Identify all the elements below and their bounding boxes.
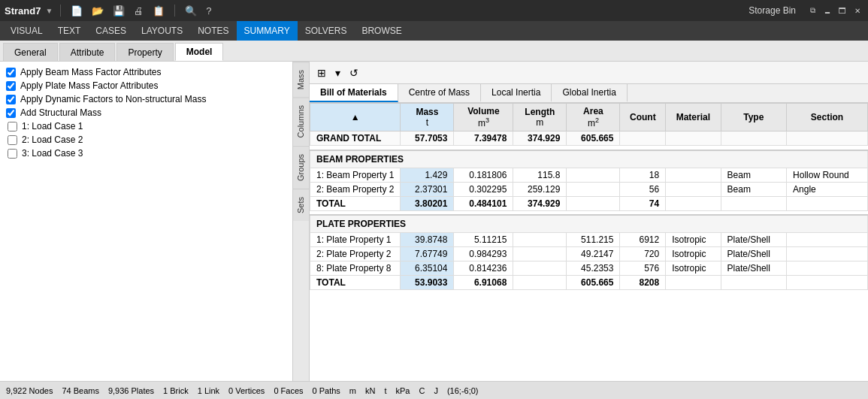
checkbox-add-structural[interactable]: Add Structural Mass [6, 107, 286, 119]
plate-section-header: PLATE PROPERTIES [310, 215, 868, 233]
right-panel: ⊞ ▾ ↺ Bill of Materials Centre of Mass L… [310, 62, 868, 381]
plate1-material: Isotropic [666, 233, 721, 247]
plate2-length [513, 247, 567, 261]
plate1-label: 1: Plate Property 1 [310, 233, 401, 247]
beam-total-section [787, 196, 868, 210]
checkbox-beam-mass[interactable]: Apply Beam Mass Factor Attributes [6, 66, 286, 78]
new-file-icon[interactable]: 📄 [68, 5, 85, 17]
plate2-label: 2: Plate Property 2 [310, 247, 401, 261]
tb-sep2 [174, 5, 175, 17]
grid-icon[interactable]: ⊞ [314, 65, 329, 80]
tabbar: General Attribute Property Model [0, 41, 868, 62]
lc1-input[interactable] [8, 122, 17, 131]
menu-solvers[interactable]: SOLVERS [298, 21, 355, 41]
plate-total-row: TOTAL 53.9033 6.91068 605.665 8208 [310, 276, 868, 290]
help-icon[interactable]: ? [204, 5, 213, 17]
plate8-label: 8: Plate Property 8 [310, 261, 401, 276]
lc3-input[interactable] [8, 149, 17, 159]
close-icon[interactable]: ✕ [851, 5, 863, 17]
menu-text[interactable]: TEXT [50, 21, 89, 41]
tab-model[interactable]: Model [175, 43, 224, 61]
beam1-label: 1: Beam Property 1 [310, 168, 401, 182]
plate-total-label: TOTAL [310, 276, 401, 290]
side-tab-columns[interactable]: Columns [293, 97, 309, 145]
menu-notes[interactable]: NOTES [190, 21, 236, 41]
maximize-icon[interactable]: 🗖 [836, 5, 848, 17]
beam2-material [666, 182, 721, 196]
cb-dynamic-factors-input[interactable] [6, 95, 16, 104]
clipboard-icon[interactable]: 📋 [150, 5, 167, 17]
tab-global-inertia[interactable]: Global Inertia [552, 84, 627, 102]
plate-total-type [721, 276, 787, 290]
load-case-1[interactable]: 1: Load Case 1 [6, 120, 286, 132]
tab-attribute[interactable]: Attribute [59, 43, 116, 61]
beam-section-header: BEAM PROPERTIES [310, 150, 868, 168]
plate1-length [513, 233, 567, 247]
beam2-area [567, 182, 620, 196]
cb-plate-mass-input[interactable] [6, 81, 16, 91]
search-icon[interactable]: 🔍 [183, 5, 199, 17]
app-dropdown-icon[interactable]: ▼ [45, 7, 53, 15]
refresh-icon[interactable]: ↺ [346, 65, 361, 80]
lc2-label: 2: Load Case 2 [22, 135, 83, 145]
tb-sep [60, 5, 61, 17]
lc1-label: 1: Load Case 1 [22, 121, 83, 131]
beam1-count: 18 [620, 168, 666, 182]
plate2-material: Isotropic [666, 247, 721, 261]
minimize-icon[interactable]: 🗕 [821, 5, 833, 17]
plate8-material: Isotropic [666, 261, 721, 276]
checkbox-dynamic-factors[interactable]: Apply Dynamic Factors to Non-structural … [6, 93, 286, 105]
beam2-mass: 2.37301 [401, 182, 454, 196]
tab-general[interactable]: General [3, 43, 58, 61]
status-temp-unit: C [419, 386, 425, 395]
app-name: Strand7 [5, 5, 41, 17]
load-case-2[interactable]: 2: Load Case 2 [6, 134, 286, 146]
beam2-section: Angle [787, 182, 868, 196]
menu-summary[interactable]: SUMMARY [237, 21, 298, 41]
save-icon[interactable]: 💾 [110, 5, 127, 17]
open-icon[interactable]: 📂 [89, 5, 106, 17]
checkbox-plate-mass[interactable]: Apply Plate Mass Factor Attributes [6, 80, 286, 92]
grand-total-count [620, 131, 666, 146]
tab-property[interactable]: Property [116, 43, 173, 61]
menu-layouts[interactable]: LAYOUTS [134, 21, 190, 41]
beam2-label: 2: Beam Property 2 [310, 182, 401, 196]
tile-icon[interactable]: ⧉ [806, 5, 818, 17]
cb-add-structural-input[interactable] [6, 108, 16, 118]
beam-total-volume: 0.484101 [454, 196, 513, 210]
plate1-volume: 5.11215 [454, 233, 513, 247]
beam-total-row: TOTAL 3.80201 0.484101 374.929 74 [310, 196, 868, 210]
tab-centre-of-mass[interactable]: Centre of Mass [398, 84, 481, 102]
print-icon[interactable]: 🖨 [132, 5, 146, 17]
plate2-mass: 7.67749 [401, 247, 454, 261]
col-volume: Volumem3 [454, 104, 513, 131]
beam1-volume: 0.181806 [454, 168, 513, 182]
tab-local-inertia[interactable]: Local Inertia [481, 84, 552, 102]
beam2-count: 56 [620, 182, 666, 196]
side-tab-sets[interactable]: Sets [293, 189, 309, 221]
beam-header-label: BEAM PROPERTIES [310, 150, 868, 168]
cb-beam-mass-label: Apply Beam Mass Factor Attributes [20, 67, 161, 77]
menu-cases[interactable]: CASES [88, 21, 134, 41]
menu-visual[interactable]: VISUAL [3, 21, 50, 41]
load-case-3[interactable]: 3: Load Case 3 [6, 147, 286, 159]
plate8-area: 45.2353 [567, 261, 620, 276]
plate2-volume: 0.984293 [454, 247, 513, 261]
beam2-type: Beam [721, 182, 787, 196]
col-sort[interactable]: ▲ [310, 104, 401, 131]
side-tab-mass[interactable]: Mass [293, 62, 309, 97]
dropdown-icon[interactable]: ▾ [332, 65, 343, 80]
table-area[interactable]: ▲ Masst Volumem3 Lengthm Aream2 Count Ma… [310, 103, 868, 381]
plate-total-length [513, 276, 567, 290]
side-tab-groups[interactable]: Groups [293, 146, 309, 189]
status-brick: 1 Brick [163, 386, 189, 395]
plate1-section [787, 233, 868, 247]
tab-bill-of-materials[interactable]: Bill of Materials [310, 84, 398, 102]
grand-total-length: 374.929 [513, 131, 567, 146]
content-toolbar: ⊞ ▾ ↺ [310, 62, 868, 84]
menu-browse[interactable]: BROWSE [354, 21, 409, 41]
beam-total-area [567, 196, 620, 210]
lc2-input[interactable] [8, 135, 17, 145]
plate8-type: Plate/Shell [721, 261, 787, 276]
cb-beam-mass-input[interactable] [6, 68, 16, 77]
